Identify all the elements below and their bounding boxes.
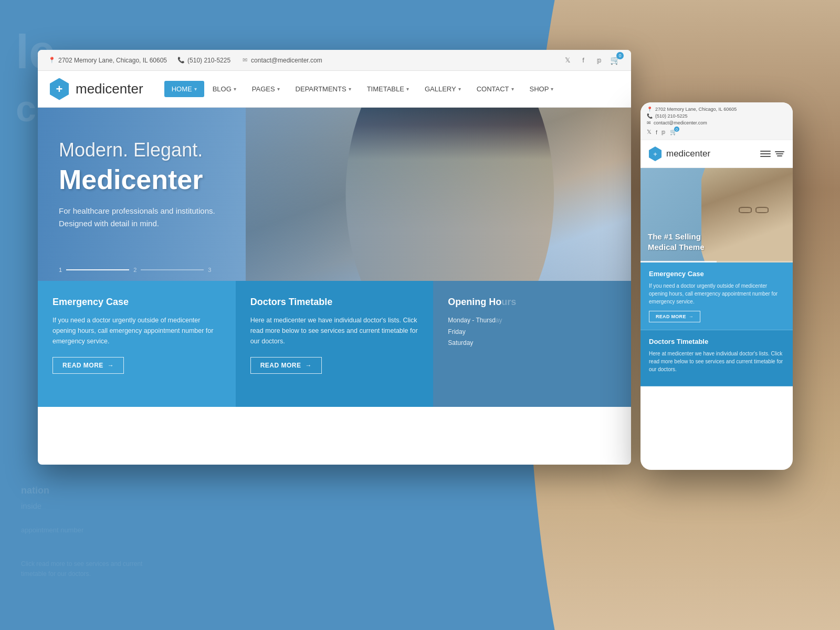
email-item: ✉ contact@medicenter.com	[241, 57, 322, 64]
nav-departments[interactable]: DEPARTMENTS ▾	[288, 81, 359, 97]
logo-symbol: +	[56, 82, 63, 96]
logo[interactable]: + medicenter	[48, 78, 143, 100]
nav-pages[interactable]: PAGES ▾	[245, 81, 287, 97]
mobile-hero-title-line1: The #1 Selling	[648, 232, 705, 242]
mobile-top-bar: 📍 2702 Memory Lane, Chicago, IL 60605 📞 …	[640, 102, 793, 140]
mobile-cart-wrap[interactable]: 🛒 0	[670, 129, 677, 135]
indicator-line-1	[66, 269, 129, 270]
card-timetable-btn-arrow: →	[306, 362, 312, 369]
mobile-card-emergency-btn-arrow: →	[689, 314, 694, 319]
indicator-line-2	[141, 269, 204, 270]
mobile-phone-text: (510) 210-5225	[655, 113, 688, 119]
browser-window: 📍 2702 Memory Lane, Chicago, IL 60605 📞 …	[38, 50, 631, 465]
mobile-pinterest-icon[interactable]: 𝕡	[662, 129, 666, 135]
mobile-phone-icon: 📞	[647, 113, 653, 119]
hero-content: Modern. Elegant. Medicenter For healthca…	[59, 139, 215, 230]
slide-num-1[interactable]: 1	[59, 267, 62, 273]
mobile-card-emergency-btn[interactable]: READ MORE →	[649, 311, 700, 322]
mobile-email-item: ✉ contact@medicenter.com	[647, 120, 786, 125]
nav-contact[interactable]: CONTACT ▾	[469, 81, 521, 97]
hero-desc-line2: Designed with detail in mind.	[59, 217, 215, 230]
mobile-twitter-icon[interactable]: 𝕏	[647, 129, 652, 135]
mobile-card-emergency-desc: If you need a doctor urgently outside of…	[649, 282, 784, 306]
nav-gallery-arrow: ▾	[458, 86, 461, 92]
nav-shop[interactable]: SHOP ▾	[522, 81, 561, 97]
card-emergency-btn-arrow: →	[108, 362, 114, 369]
slide-num-3[interactable]: 3	[208, 267, 211, 273]
mobile-logo-name: medicenter	[666, 149, 710, 159]
mobile-card-timetable-desc: Here at medicenter we have individual do…	[649, 350, 784, 373]
mobile-email-text: contact@medicenter.com	[654, 120, 707, 125]
nav-timetable-arrow: ▾	[406, 86, 409, 92]
mobile-hero: The #1 Selling Medical Theme 2	[640, 168, 793, 262]
logo-name: medicenter	[76, 81, 143, 97]
nav-home-arrow: ▾	[194, 86, 197, 92]
top-bar-left: 📍 2702 Memory Lane, Chicago, IL 60605 📞 …	[48, 57, 322, 64]
mobile-hero-progress-track	[640, 261, 793, 262]
card-timetable-btn[interactable]: READ MORE →	[250, 357, 322, 374]
hero-indicators: 1 2 3	[59, 267, 211, 273]
nav-contact-arrow: ▾	[511, 86, 514, 92]
mobile-logo-icon: +	[648, 146, 663, 161]
mobile-nav-bar: + medicenter	[640, 140, 793, 168]
mobile-phone-item: 📞 (510) 210-5225	[647, 113, 786, 119]
nav-timetable[interactable]: TIMETABLE ▾	[360, 81, 416, 97]
pinterest-icon[interactable]: 𝕡	[594, 56, 604, 65]
mobile-hero-text: The #1 Selling Medical Theme	[648, 232, 705, 252]
hero-subtitle: Modern. Elegant.	[59, 139, 215, 161]
mobile-email-icon: ✉	[647, 120, 651, 125]
cart-icon-wrap[interactable]: 🛒 0	[610, 55, 621, 65]
mobile-address-item: 📍 2702 Memory Lane, Chicago, IL 60605	[647, 107, 786, 112]
card-timetable-desc: Here at medicenter we have individual do…	[250, 315, 419, 346]
hero-title: Medicenter	[59, 164, 215, 195]
nav-gallery[interactable]: GALLERY ▾	[417, 81, 468, 97]
filter-line-1	[775, 151, 784, 152]
mobile-card-timetable-title: Doctors Timetable	[649, 338, 784, 345]
twitter-icon[interactable]: 𝕏	[563, 56, 572, 65]
card-hours: Opening Hours Monday - Thursday Friday S…	[433, 281, 631, 407]
mobile-logo[interactable]: + medicenter	[648, 146, 710, 161]
slide-num-2[interactable]: 2	[133, 267, 136, 273]
card-emergency-btn-label: READ MORE	[62, 362, 103, 369]
hamburger-menu-icon[interactable]	[760, 151, 771, 157]
mobile-hero-title-line2: Medical Theme	[648, 242, 705, 253]
nav-home-label: HOME	[172, 85, 192, 93]
hamburger-line-1	[760, 151, 771, 152]
nav-blog-label: BLOG	[213, 85, 232, 93]
location-icon: 📍	[48, 57, 56, 64]
mobile-cart-badge: 0	[674, 127, 679, 132]
address-text: 2702 Memory Lane, Chicago, IL 60605	[58, 57, 167, 64]
card-emergency: Emergency Case If you need a doctor urge…	[38, 281, 236, 407]
nav-departments-arrow: ▾	[349, 86, 351, 92]
nav-pages-label: PAGES	[252, 85, 275, 93]
hours-row-1: Monday - Thursday	[448, 315, 616, 327]
mobile-menu-icons	[760, 151, 785, 157]
address-item: 📍 2702 Memory Lane, Chicago, IL 60605	[48, 57, 167, 64]
card-timetable-btn-label: READ MORE	[260, 362, 301, 369]
hamburger-line-2	[760, 153, 771, 154]
hours-row-3: Saturday	[448, 338, 616, 349]
filter-line-2	[776, 153, 783, 154]
filter-adjust-icon[interactable]	[775, 151, 785, 156]
mobile-social-row: 𝕏 f 𝕡 🛒 0	[647, 129, 786, 135]
mobile-card-emergency-title: Emergency Case	[649, 270, 784, 278]
hero-desc: For healthcare professionals and institu…	[59, 205, 215, 230]
nav-home[interactable]: HOME ▾	[164, 81, 204, 97]
mobile-facebook-icon[interactable]: f	[656, 129, 657, 135]
nav-bar: + medicenter HOME ▾ BLOG ▾ PAGES ▾ DEPAR…	[38, 71, 631, 108]
hero-section: Modern. Elegant. Medicenter For healthca…	[38, 108, 631, 281]
nav-pages-arrow: ▾	[277, 86, 280, 92]
nav-gallery-label: GALLERY	[425, 85, 456, 93]
logo-icon: +	[48, 78, 70, 100]
facebook-icon[interactable]: f	[579, 56, 588, 65]
email-icon: ✉	[241, 57, 248, 64]
card-emergency-btn[interactable]: READ MORE →	[52, 357, 124, 374]
mobile-hero-progress-fill	[640, 261, 717, 262]
mobile-card-emergency-btn-label: READ MORE	[656, 314, 686, 319]
phone-text: (510) 210-5225	[187, 57, 230, 64]
card-emergency-desc: If you need a doctor urgently outside of…	[52, 315, 221, 346]
email-text: contact@medicenter.com	[251, 57, 322, 64]
phone-item: 📞 (510) 210-5225	[177, 57, 230, 64]
nav-blog[interactable]: BLOG ▾	[205, 81, 244, 97]
cart-badge: 0	[616, 52, 624, 59]
